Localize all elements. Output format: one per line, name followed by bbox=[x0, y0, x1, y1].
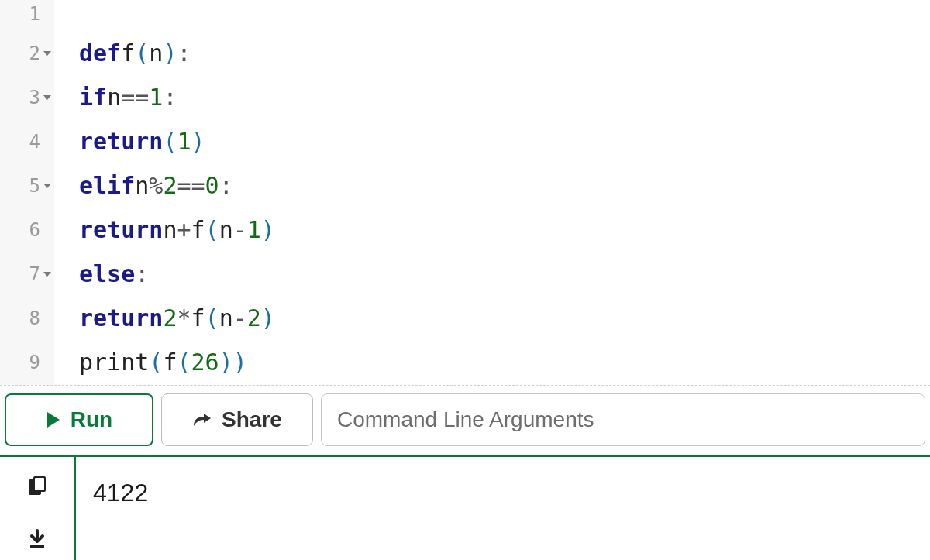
code-line[interactable]: elif n % 2 == 0: bbox=[79, 163, 930, 208]
token-par: ) bbox=[163, 40, 177, 67]
svg-rect-3 bbox=[30, 545, 44, 548]
token-num: 2 bbox=[163, 172, 177, 199]
line-number: 6 bbox=[0, 208, 54, 252]
line-number: 2 bbox=[0, 31, 54, 75]
download-icon[interactable] bbox=[25, 527, 50, 551]
token-num: 2 bbox=[163, 304, 177, 332]
token-name: n bbox=[135, 172, 149, 199]
run-button-label: Run bbox=[71, 407, 112, 432]
code-line[interactable]: return(1) bbox=[79, 119, 930, 163]
line-number: 5 bbox=[0, 163, 54, 208]
token-par: ( bbox=[163, 128, 177, 155]
code-line[interactable]: return 2 * f(n-2) bbox=[79, 296, 930, 340]
token-op: * bbox=[177, 304, 191, 332]
line-number: 3 bbox=[0, 75, 54, 119]
token-num: 1 bbox=[149, 84, 163, 111]
share-button[interactable]: Share bbox=[161, 393, 313, 446]
token-op: == bbox=[177, 172, 205, 199]
code-content[interactable]: def f(n): if n == 1: return(1) elif n % … bbox=[54, 0, 930, 385]
token-par: ) bbox=[261, 216, 275, 243]
code-editor[interactable]: 123456789 def f(n): if n == 1: return(1)… bbox=[0, 0, 930, 386]
output-toolbar bbox=[0, 457, 76, 560]
token-kw: def bbox=[79, 40, 121, 67]
token-num: 26 bbox=[191, 349, 219, 376]
token-kw: return bbox=[79, 128, 163, 155]
output-panel: 4122 bbox=[0, 457, 930, 560]
toolbar: Run Share bbox=[0, 386, 930, 457]
token-kw: if bbox=[79, 84, 107, 111]
code-line[interactable]: return n + f(n-1) bbox=[79, 208, 930, 252]
share-button-label: Share bbox=[222, 407, 282, 432]
token-par: ( bbox=[149, 349, 163, 376]
token-fn: f bbox=[121, 40, 135, 67]
code-line[interactable] bbox=[79, 0, 930, 31]
token-op: : bbox=[135, 260, 149, 287]
line-number: 4 bbox=[0, 119, 54, 163]
token-par: ) bbox=[233, 349, 247, 376]
line-number: 7 bbox=[0, 252, 54, 296]
token-op: == bbox=[121, 84, 149, 111]
token-fn: f bbox=[163, 349, 177, 376]
token-name: n bbox=[149, 40, 163, 67]
token-par: ( bbox=[177, 349, 191, 376]
token-op: : bbox=[177, 40, 191, 67]
output-text: 4122 bbox=[76, 457, 930, 560]
token-par: ( bbox=[205, 216, 219, 243]
play-icon bbox=[46, 411, 61, 429]
code-line[interactable]: else: bbox=[79, 252, 930, 296]
code-line[interactable]: if n == 1: bbox=[79, 75, 930, 119]
line-number: 1 bbox=[0, 0, 54, 31]
token-num: 1 bbox=[247, 216, 261, 243]
token-par: ) bbox=[191, 128, 205, 155]
share-icon bbox=[192, 411, 212, 429]
token-fn: print bbox=[79, 349, 149, 376]
token-name: n bbox=[107, 84, 121, 111]
token-num: 2 bbox=[247, 304, 261, 332]
token-par: ) bbox=[219, 349, 233, 376]
token-op: : bbox=[219, 172, 233, 199]
token-op: + bbox=[177, 216, 191, 243]
token-num: 0 bbox=[205, 172, 219, 199]
cli-args-input[interactable] bbox=[321, 393, 925, 446]
token-kw: return bbox=[79, 216, 163, 243]
token-kw: return bbox=[79, 304, 163, 332]
line-number: 9 bbox=[0, 340, 54, 384]
token-op: : bbox=[163, 84, 177, 111]
token-name: n bbox=[219, 216, 233, 243]
svg-rect-2 bbox=[35, 478, 44, 490]
token-op: - bbox=[233, 216, 247, 243]
line-number: 8 bbox=[0, 296, 54, 340]
token-name: n bbox=[163, 216, 177, 243]
token-kw: elif bbox=[79, 172, 135, 199]
token-num: 1 bbox=[177, 128, 191, 155]
run-button[interactable]: Run bbox=[5, 393, 153, 446]
token-par: ( bbox=[135, 40, 149, 67]
token-fn: f bbox=[191, 216, 205, 243]
token-op: - bbox=[233, 304, 247, 332]
token-name: n bbox=[219, 304, 233, 332]
token-fn: f bbox=[191, 304, 205, 332]
token-par: ) bbox=[261, 304, 275, 332]
code-line[interactable]: print(f(26)) bbox=[79, 340, 930, 384]
code-line[interactable]: def f(n): bbox=[79, 31, 930, 75]
token-kw: else bbox=[79, 260, 135, 287]
token-par: ( bbox=[205, 304, 219, 332]
copy-icon[interactable] bbox=[25, 474, 50, 499]
token-op: % bbox=[149, 172, 163, 199]
line-number-gutter: 123456789 bbox=[0, 0, 54, 385]
